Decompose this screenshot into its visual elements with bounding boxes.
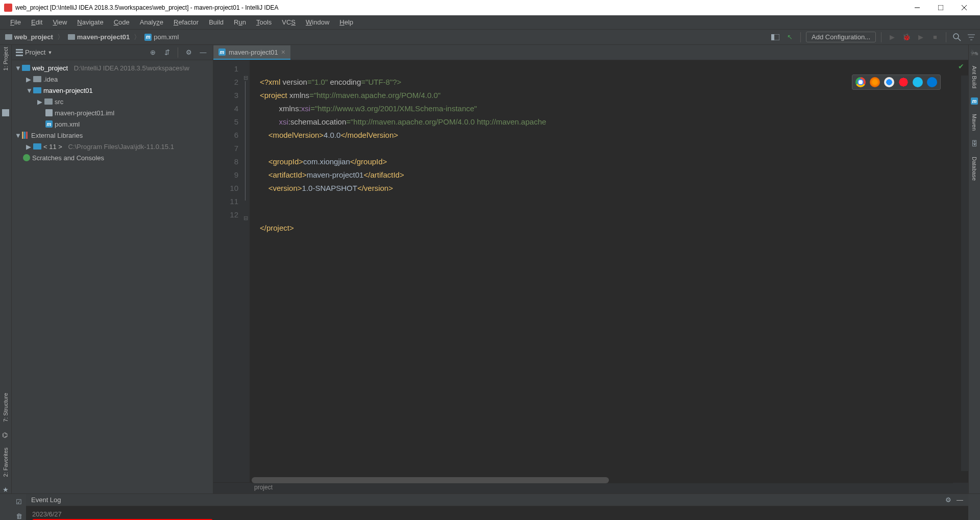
project-group-icon[interactable] (2, 109, 9, 116)
search-icon[interactable] (951, 32, 963, 43)
svg-point-6 (953, 34, 959, 39)
editor-tab-pom[interactable]: m maven-project01 × (213, 45, 290, 60)
browser-preview-strip (852, 75, 941, 90)
gear-icon[interactable]: ⚙ (183, 47, 194, 58)
collapse-icon[interactable]: ⇵ (161, 47, 173, 58)
opera-icon[interactable] (898, 77, 909, 87)
event-log-title: Event Log (31, 496, 61, 504)
menu-file[interactable]: FFileile (5, 17, 26, 27)
close-tab-icon[interactable]: × (281, 48, 285, 56)
hide-icon[interactable]: — (198, 47, 209, 58)
chevron-down-icon: ▼ (47, 50, 52, 55)
star-icon: ★ (3, 486, 9, 493)
breadcrumb-project[interactable]: web_project (3, 33, 55, 41)
event-log-body[interactable]: 2023/6/27 15:20 Unable to import maven p… (26, 506, 968, 520)
fold-column[interactable]: ⊟⊟ (241, 60, 250, 482)
tool-maven[interactable]: Maven (971, 114, 977, 131)
debug-icon[interactable]: 🐞 (901, 32, 912, 43)
menu-run[interactable]: Run (229, 17, 251, 27)
menu-refactor[interactable]: Refactor (168, 17, 204, 27)
menu-vcs[interactable]: VCS (277, 17, 301, 27)
left-tool-strip: 1: Project 7: Structure ⌬ 2: Favorites ★ (0, 45, 12, 493)
right-tool-strip: 🐜 Ant Build m Maven 🗄 Database (968, 45, 980, 493)
code-content[interactable]: <?xml version="1.0" encoding="UTF-8"?> <… (250, 60, 968, 482)
window-titlebar: web_project [D:\IntelliJ IDEA 2018.3.5\w… (0, 0, 980, 15)
chrome-icon[interactable] (855, 77, 866, 87)
coverage-icon[interactable]: ▶ (915, 32, 926, 43)
layout-icon[interactable] (770, 32, 781, 43)
window-title: web_project [D:\IntelliJ IDEA 2018.3.5\w… (15, 4, 279, 11)
editor-breadcrumb[interactable]: project (213, 482, 968, 493)
database-icon[interactable]: 🗄 (971, 140, 978, 147)
tool-database[interactable]: Database (971, 157, 977, 181)
safari-icon[interactable] (884, 77, 894, 87)
locate-icon[interactable]: ⊕ (147, 47, 158, 58)
ant-icon[interactable]: 🐜 (970, 49, 978, 57)
project-tool-window: Project ▼ ⊕ ⇵ ⚙ — ▼web_project D:\Intell… (12, 45, 213, 493)
run-icon[interactable]: ▶ (887, 32, 898, 43)
menu-window[interactable]: Window (301, 17, 334, 27)
svg-rect-5 (771, 34, 774, 40)
stop-icon[interactable]: ■ (929, 32, 941, 43)
back-icon[interactable]: ↖ (784, 32, 795, 43)
event-log-toolbar: ☑ 🗑 🔧 (12, 494, 26, 520)
add-configuration-button[interactable]: Add Configuration... (806, 32, 876, 42)
tool-project[interactable]: 1: Project (3, 47, 9, 70)
menu-tools[interactable]: Tools (251, 17, 277, 27)
menu-build[interactable]: Build (204, 17, 229, 27)
filter-icon[interactable] (966, 32, 977, 43)
menu-edit[interactable]: Edit (26, 17, 47, 27)
close-button[interactable] (952, 0, 976, 15)
tool-ant-build[interactable]: Ant Build (971, 66, 977, 88)
breadcrumb-module[interactable]: maven-project01 (66, 33, 132, 41)
navigation-bar: web_project 〉 maven-project01 〉 mpom.xml… (0, 30, 980, 45)
chevron-right-icon: 〉 (132, 33, 142, 42)
tool-structure[interactable]: 7: Structure (3, 393, 9, 422)
menu-view[interactable]: View (47, 17, 72, 27)
editor-area: m maven-project01 × 123456789101112 ⊟⊟ <… (213, 45, 968, 493)
tool-favorites[interactable]: 2: Favorites (3, 448, 9, 477)
menu-analyze[interactable]: Analyze (135, 17, 168, 27)
menu-help[interactable]: Help (334, 17, 358, 27)
mark-read-icon[interactable]: ☑ (14, 497, 23, 506)
maven-icon[interactable]: m (971, 97, 978, 105)
project-tree[interactable]: ▼web_project D:\IntelliJ IDEA 2018.3.5\w… (12, 60, 213, 493)
maven-file-icon: m (218, 48, 226, 56)
inspection-ok-icon[interactable]: ✔ (958, 62, 964, 70)
ie-icon[interactable] (913, 77, 923, 87)
chevron-right-icon: 〉 (55, 33, 66, 42)
editor-hscrollbar[interactable] (252, 477, 953, 483)
menu-navigate[interactable]: Navigate (72, 17, 108, 27)
breadcrumb-file[interactable]: mpom.xml (142, 33, 181, 41)
menu-code[interactable]: Code (109, 17, 135, 27)
code-editor[interactable]: 123456789101112 ⊟⊟ <?xml version="1.0" e… (213, 60, 968, 482)
line-gutter: 123456789101112 (213, 60, 241, 482)
minimize-button[interactable] (905, 0, 929, 15)
svg-line-7 (958, 38, 961, 41)
menu-bar: FFileile Edit View Navigate Code Analyze… (0, 15, 980, 30)
event-log-panel: ☑ 🗑 🔧 Event Log ⚙ — 2023/6/27 15:20 Unab… (0, 493, 980, 520)
edge-icon[interactable] (927, 77, 937, 87)
hide-icon[interactable]: — (951, 496, 963, 504)
editor-vscrollbar[interactable] (961, 76, 968, 471)
tab-label: maven-project01 (229, 48, 278, 56)
firefox-icon[interactable] (870, 77, 880, 87)
maximize-button[interactable] (929, 0, 952, 15)
project-view-selector[interactable]: Project ▼ (16, 48, 52, 56)
structure-icon: ⌬ (2, 431, 9, 438)
gear-icon[interactable]: ⚙ (945, 496, 951, 504)
delete-icon[interactable]: 🗑 (14, 511, 23, 520)
svg-rect-1 (938, 5, 943, 10)
intellij-icon (4, 4, 12, 12)
event-date: 2023/6/27 (32, 509, 962, 519)
